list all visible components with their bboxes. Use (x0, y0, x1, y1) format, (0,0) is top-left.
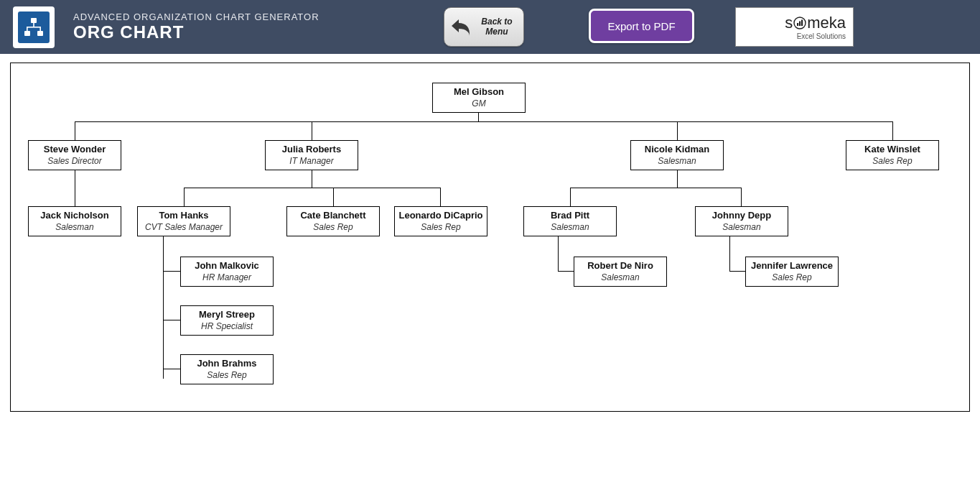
connector-line (741, 188, 742, 206)
svg-rect-4 (27, 27, 41, 28)
connector-line (333, 188, 334, 206)
node-name: Cate Blanchett (289, 210, 378, 221)
connector-line (440, 188, 441, 206)
connector-line (163, 320, 180, 320)
org-node[interactable]: Jack Nicholson Salesman (28, 206, 121, 236)
node-name: Johnny Depp (697, 210, 786, 221)
node-name: John Malkovic (182, 260, 271, 271)
connector-line (558, 271, 574, 272)
node-role: Salesman (633, 156, 722, 166)
back-to-menu-button[interactable]: Back to Menu (444, 7, 524, 47)
node-name: Leonardo DiCaprio (396, 210, 485, 221)
connector-line (184, 188, 185, 206)
org-node[interactable]: Kate Winslet Sales Rep (846, 140, 939, 170)
node-name: Steve Wonder (30, 144, 119, 154)
connector-line (677, 169, 678, 188)
svg-rect-6 (39, 27, 41, 31)
node-name: Jack Nicholson (30, 210, 119, 221)
connector-line (312, 169, 312, 188)
back-arrow-icon (450, 15, 473, 40)
connector-line (163, 271, 180, 272)
node-name: Jennifer Lawrence (747, 260, 836, 271)
svg-rect-3 (33, 23, 34, 27)
org-node[interactable]: Jennifer Lawrence Sales Rep (745, 257, 839, 287)
svg-rect-5 (27, 27, 28, 31)
connector-line (184, 188, 441, 188)
header-title: ORG CHART (73, 22, 319, 42)
brand-logo: s meka Excel Solutions (735, 7, 854, 47)
org-node[interactable]: Johnny Depp Salesman (695, 206, 788, 236)
org-node[interactable]: Nicole Kidman Salesman (630, 140, 724, 170)
node-name: Mel Gibson (434, 86, 523, 97)
connector-line (558, 235, 559, 271)
brand-name: s meka (785, 14, 846, 32)
connector-line (75, 169, 75, 206)
node-role: Salesman (526, 222, 615, 232)
node-role: Sales Director (30, 156, 119, 166)
export-to-pdf-button[interactable]: Export to PDF (589, 9, 694, 43)
node-role: GM (434, 98, 523, 109)
brand-tagline: Excel Solutions (797, 32, 846, 40)
org-chart-icon (23, 17, 45, 38)
connector-line (729, 235, 730, 271)
svg-rect-9 (799, 22, 801, 27)
node-role: Sales Rep (747, 272, 836, 282)
connector-line (570, 188, 571, 206)
node-role: Salesman (576, 272, 665, 282)
connector-line (729, 271, 745, 272)
connector-line (75, 121, 893, 122)
svg-rect-10 (801, 20, 803, 27)
node-name: Kate Winslet (848, 144, 937, 154)
org-node[interactable]: Steve Wonder Sales Director (28, 140, 121, 170)
org-node[interactable]: Julia Roberts IT Manager (265, 140, 358, 170)
org-node[interactable]: Brad Pitt Salesman (523, 206, 617, 236)
org-node[interactable]: Leonardo DiCaprio Sales Rep (394, 206, 487, 236)
org-node[interactable]: Robert De Niro Salesman (574, 257, 667, 287)
org-node[interactable]: Tom Hanks CVT Sales Manager (137, 206, 230, 236)
connector-line (892, 121, 893, 140)
org-chart-canvas: Mel Gibson GM Steve Wonder Sales Directo… (10, 63, 970, 412)
svg-rect-0 (31, 18, 37, 23)
connector-line (163, 369, 180, 369)
node-name: Nicole Kidman (633, 144, 722, 154)
node-role: Sales Rep (289, 222, 378, 232)
connector-line (75, 121, 75, 140)
node-name: Robert De Niro (576, 260, 665, 271)
node-name: Tom Hanks (139, 210, 228, 221)
org-node[interactable]: Meryl Streep HR Specialist (180, 305, 274, 336)
header-subtitle: ADVANCED ORGANIZATION CHART GENERATOR (73, 11, 319, 22)
node-role: Sales Rep (848, 156, 937, 166)
node-name: Brad Pitt (526, 210, 615, 221)
app-logo (13, 6, 55, 48)
app-header: ADVANCED ORGANIZATION CHART GENERATOR OR… (0, 0, 980, 54)
node-name: Julia Roberts (267, 144, 356, 154)
org-node[interactable]: John Malkovic HR Manager (180, 257, 274, 287)
node-name: Meryl Streep (182, 309, 271, 320)
node-role: Sales Rep (182, 370, 271, 380)
connector-line (163, 235, 164, 379)
org-node[interactable]: John Brahms Sales Rep (180, 354, 274, 384)
connector-line (570, 188, 742, 188)
svg-rect-2 (37, 31, 43, 36)
node-role: HR Specialist (182, 321, 271, 331)
node-role: HR Manager (182, 272, 271, 282)
svg-rect-8 (797, 23, 798, 26)
connector-line (312, 121, 312, 140)
node-role: Sales Rep (396, 222, 485, 232)
brand-o-icon (793, 17, 806, 29)
connector-line (478, 111, 479, 121)
org-node[interactable]: Cate Blanchett Sales Rep (286, 206, 380, 236)
node-role: Salesman (30, 222, 119, 232)
node-name: John Brahms (182, 358, 271, 369)
connector-line (677, 121, 678, 140)
node-role: Salesman (697, 222, 786, 232)
node-role: CVT Sales Manager (139, 222, 228, 232)
back-button-label: Back to Menu (476, 17, 518, 37)
org-node-root[interactable]: Mel Gibson GM (432, 83, 526, 113)
svg-rect-1 (24, 31, 30, 36)
node-role: IT Manager (267, 156, 356, 166)
export-button-label: Export to PDF (607, 20, 675, 32)
